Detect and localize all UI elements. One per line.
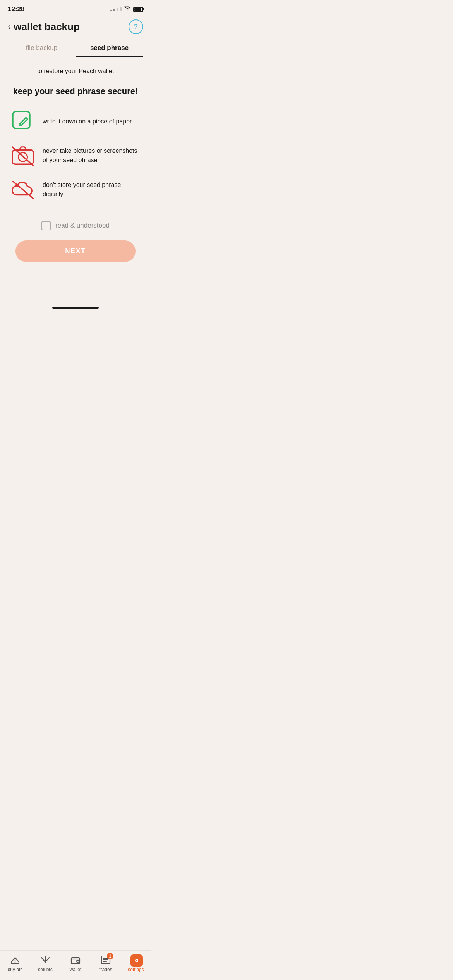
info-text-no-cloud: don't store your seed phrase digitally bbox=[43, 180, 140, 199]
content: to restore your Peach wallet keep your s… bbox=[0, 57, 151, 202]
no-camera-icon bbox=[11, 144, 35, 168]
header-left: ‹ wallet backup bbox=[8, 21, 80, 33]
read-understood-checkbox[interactable] bbox=[41, 221, 51, 230]
signal-icon bbox=[110, 7, 122, 11]
svg-line-4 bbox=[13, 182, 33, 199]
info-text-no-camera: never take pictures or screenshots of yo… bbox=[43, 146, 140, 165]
info-item-write: write it down on a piece of paper bbox=[11, 110, 140, 134]
checkbox-label: read & understood bbox=[55, 222, 110, 230]
no-cloud-icon bbox=[11, 178, 35, 202]
tab-seed-phrase[interactable]: seed phrase bbox=[76, 40, 143, 57]
info-text-write: write it down on a piece of paper bbox=[43, 117, 140, 126]
next-button[interactable]: NEXT bbox=[15, 240, 136, 262]
section-title: keep your seed phrase secure! bbox=[11, 86, 140, 96]
home-indicator-area bbox=[0, 307, 151, 312]
checkbox-area[interactable]: read & understood bbox=[8, 221, 143, 230]
help-button[interactable]: ? bbox=[129, 19, 143, 34]
page-title: wallet backup bbox=[14, 21, 80, 33]
back-button[interactable]: ‹ bbox=[8, 22, 10, 31]
subtitle: to restore your Peach wallet bbox=[11, 68, 140, 75]
status-time: 12:28 bbox=[8, 5, 24, 13]
wifi-icon bbox=[124, 6, 131, 13]
status-icons bbox=[110, 6, 143, 13]
status-bar: 12:28 bbox=[0, 0, 151, 15]
info-item-no-camera: never take pictures or screenshots of yo… bbox=[11, 144, 140, 168]
header: ‹ wallet backup ? bbox=[0, 15, 151, 40]
tab-file-backup[interactable]: file backup bbox=[8, 40, 76, 57]
info-list: write it down on a piece of paper never … bbox=[11, 110, 140, 202]
tabs: file backup seed phrase bbox=[8, 40, 143, 57]
help-icon: ? bbox=[134, 23, 138, 31]
info-item-no-cloud: don't store your seed phrase digitally bbox=[11, 178, 140, 202]
home-indicator bbox=[52, 307, 99, 309]
pencil-icon bbox=[11, 110, 35, 134]
battery-icon bbox=[133, 7, 143, 12]
